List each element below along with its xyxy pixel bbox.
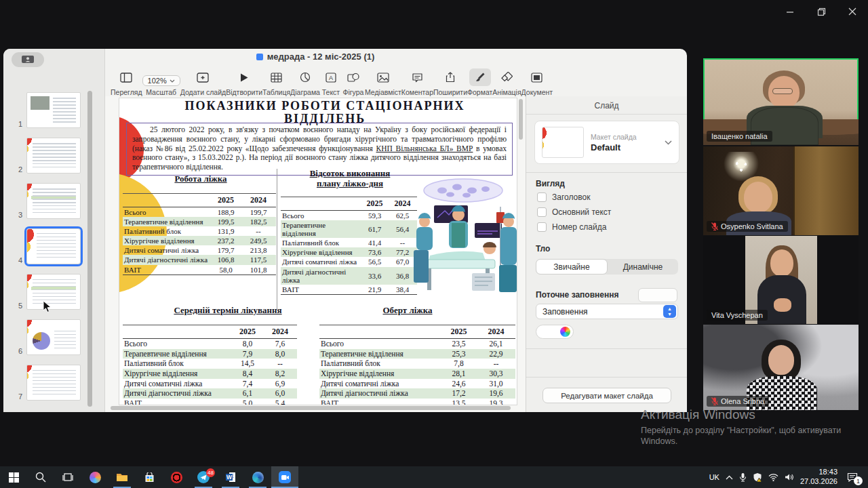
word-button[interactable]: W (217, 466, 244, 488)
navigator-scrollbar[interactable] (87, 91, 92, 407)
slide-thumbnail[interactable] (26, 183, 81, 219)
toolbar-play-button[interactable]: Відтворити (226, 68, 262, 96)
checkbox-unchecked[interactable] (537, 207, 547, 217)
folder-icon (116, 472, 128, 482)
view-section-label: Вигляд (536, 179, 565, 188)
close-icon[interactable] (837, 1, 868, 22)
toolbar-animate-button[interactable]: Анімація (492, 68, 521, 96)
zoom-level-dropdown[interactable]: 102% (142, 75, 180, 86)
table-plan-percent: 20252024 Всього59,362,5Терапевтичне відд… (281, 197, 417, 295)
video-tile-sribna[interactable]: Olena Sribna (703, 325, 859, 410)
slide-number: 4 (16, 256, 22, 264)
layout-value: Default (591, 142, 658, 152)
minimize-icon[interactable] (774, 1, 806, 22)
toolbar-add-slide-button[interactable]: Додати слайд (180, 68, 226, 96)
slide[interactable]: ПОКАЗНИКИ РОБОТИ СТАЦІОНАРНИХ ВІДДІЛЕНЬ … (119, 98, 517, 405)
checkbox-unchecked[interactable] (537, 222, 547, 232)
bg-mode-dynamic[interactable]: Динамічне (608, 259, 678, 274)
table-row: Всього8,07,6 (123, 339, 297, 349)
file-explorer-button[interactable] (108, 466, 136, 488)
slide-navigator: 1 2 3 4 (3, 49, 105, 412)
ms-store-button[interactable] (136, 466, 163, 488)
system-tray: UK ! 18:43 27.03.2026 1 (709, 468, 868, 487)
add-slide-icon (191, 68, 214, 86)
table-row: Паліативний блок131,9-- (123, 226, 276, 236)
background-mode-segmented: Звичайне Динамічне (536, 259, 678, 274)
slide-thumbnail[interactable] (26, 319, 81, 355)
bg-mode-standard[interactable]: Звичайне (536, 259, 608, 274)
participant-name-badge: Olena Sribna (707, 396, 769, 407)
slide-thumbnail[interactable] (26, 92, 81, 128)
task-view-icon (62, 472, 73, 482)
video-tile-osypenko[interactable]: Osypenko Svitlana (703, 146, 859, 235)
view-checkbox-row[interactable]: Заголовок (537, 192, 590, 202)
slide-number: 5 (16, 302, 22, 310)
view-checkbox-row[interactable]: Основний текст (537, 207, 611, 217)
video-tile-ivashchenko[interactable]: Іващенко natalia (703, 58, 859, 145)
toolbar-document-button[interactable]: Документ (521, 68, 553, 96)
zoom-view-options-button[interactable] (12, 52, 44, 67)
toolbar-table-button[interactable]: Таблиця (262, 68, 290, 96)
slide-thumbnail[interactable] (26, 365, 81, 401)
view-checkbox-row[interactable]: Номер слайда (537, 222, 606, 232)
table-title-bed-turnover: Оберт ліжка (357, 306, 458, 316)
zoom-button[interactable] (271, 466, 298, 488)
restore-icon[interactable] (806, 1, 837, 22)
toolbar-zoom-control[interactable]: 102% Масштаб (142, 75, 180, 96)
toolbar-chart-button[interactable]: Діаграма (290, 68, 320, 96)
search-button[interactable] (27, 466, 54, 488)
table-row: Терапевтичне відділення7,98,0 (123, 349, 297, 359)
table-row: Хірургічне відділення73,677,2 (281, 247, 417, 257)
action-center-button[interactable]: 1 (844, 468, 861, 486)
participant-name-badge: Іващенко natalia (707, 131, 772, 142)
slide-thumbnail[interactable] (26, 228, 81, 264)
canvas-vertical-scrollbar[interactable] (519, 99, 523, 140)
divider (526, 377, 687, 378)
clock[interactable]: 18:43 27.03.2026 (800, 468, 837, 487)
telegram-button[interactable]: 48 (190, 466, 217, 488)
toolbar-text-button[interactable]: A Текст (320, 68, 342, 96)
copilot-button[interactable] (81, 466, 108, 488)
slide-number: 2 (16, 165, 22, 174)
language-indicator[interactable]: UK (709, 473, 719, 481)
video-tile-vyschepan[interactable]: Vita Vyschepan (703, 236, 859, 324)
thumb-list: 1 2 3 4 (16, 92, 81, 401)
wifi-icon[interactable] (768, 473, 778, 481)
security-shield-warning-icon[interactable]: ! (753, 472, 762, 482)
slide-thumbnail[interactable] (26, 274, 81, 310)
fill-type-select[interactable]: Заповнення ▲▼ (536, 304, 678, 319)
table-bed-work: 20252024 Всього188,9199,7Терапевтичне ві… (123, 193, 276, 275)
slide-layout-card[interactable]: Макет слайда Default (534, 121, 679, 164)
chevron-down-icon (665, 140, 672, 145)
fill-color-well[interactable] (536, 325, 574, 339)
toolbar-shape-button[interactable]: Фігура (342, 68, 365, 96)
toolbar-comment-button[interactable]: Коментар (401, 68, 433, 96)
shape-icon (342, 68, 365, 86)
word-icon: W (225, 472, 236, 483)
table-row: Хірургічне відділення237,2249,5 (123, 236, 276, 245)
hands (774, 298, 791, 312)
slide-number: 7 (16, 392, 22, 401)
start-button[interactable] (0, 466, 27, 488)
background-section-label: Тло (536, 244, 550, 253)
tray-chevron-up-icon[interactable] (726, 475, 733, 480)
divider (526, 348, 687, 349)
toolbar-format-button[interactable]: Формат (467, 68, 492, 96)
toolbar-media-button[interactable]: Медіавміст (365, 68, 401, 96)
checkbox-unchecked[interactable] (537, 192, 547, 202)
microphone-tray-icon[interactable] (739, 472, 747, 482)
toolbar-view-button[interactable]: Перегляд (111, 68, 142, 96)
edge-button[interactable] (244, 466, 271, 488)
table-row: Всього188,9199,7 (123, 207, 276, 217)
red-app-button[interactable] (163, 466, 190, 488)
document-title: медрада - 12 міс-2025 (1) (105, 52, 526, 62)
toolbar-share-button[interactable]: Поширити (433, 68, 467, 96)
slide-number: 3 (16, 211, 22, 219)
edit-layout-button[interactable]: Редагувати макет слайда (542, 388, 671, 403)
speaker-icon[interactable] (785, 473, 794, 481)
zoom-icon (279, 471, 291, 483)
canvas-horizontal-scrollbar[interactable] (111, 406, 511, 410)
task-view-button[interactable] (54, 466, 81, 488)
slide-thumbnail[interactable] (26, 138, 81, 174)
current-fill-swatch[interactable] (638, 288, 677, 302)
